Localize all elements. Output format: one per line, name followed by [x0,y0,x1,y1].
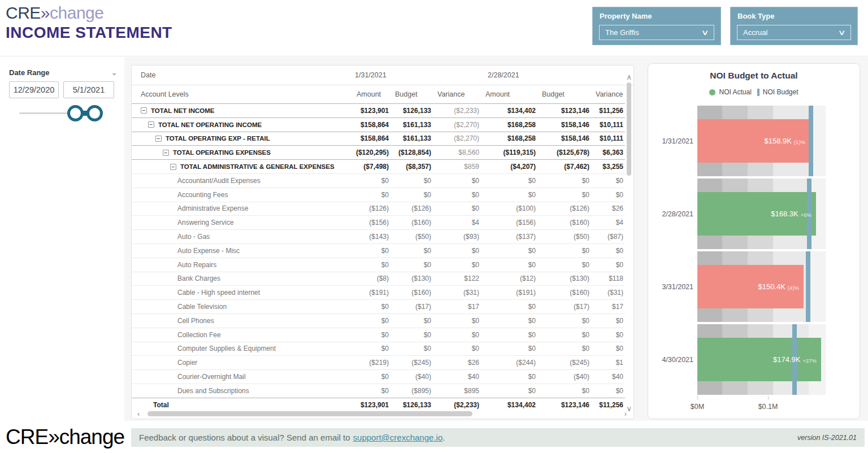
value-cell: ($31) [433,289,481,297]
table-row[interactable]: Courier-Overnight Mail$0($40)$40$0($40)$… [132,369,625,384]
collapse-icon[interactable]: − [155,136,162,142]
axis-tick-label: $0.1M [754,403,782,411]
value-cell: ($17) [390,303,433,311]
account-name: Cable Television [177,303,227,311]
value-cell: ($40) [537,373,591,381]
value-cell: $1 [591,359,625,367]
account-name: Auto - Gas [177,233,210,241]
axis-tick [697,396,698,400]
table-row[interactable]: −TOTAL ADMINISTRATIVE & GENERAL EXPENSES… [132,159,625,173]
budget-header-1: Budget [390,85,433,103]
value-cell: $40 [433,373,481,381]
scroll-up-icon[interactable]: ∧ [626,73,632,81]
account-name: TOTAL NET OPERATING INCOME [158,121,262,128]
legend-noi-actual[interactable]: NOI Actual [709,88,751,96]
date-header-label: Date [132,66,352,85]
actual-bar[interactable]: $158.9K(1)% [697,119,810,163]
income-statement-table: Date 1/31/2021 2/28/2021 Account Levels … [131,65,634,419]
budget-header-2: Budget [537,85,591,103]
table-row[interactable]: Dues and Subscriptions$0($895)$895$0$0$0 [132,384,625,398]
value-cell: $0 [352,261,390,269]
axis-tick-label: $0M [683,403,711,411]
scroll-left-icon[interactable]: ‹ [137,410,140,417]
total-value-cell: $11,256 [591,401,625,409]
value-cell: $0 [390,191,433,199]
value-cell: $859 [433,163,481,171]
value-cell: ($160) [390,219,433,226]
table-row[interactable]: −TOTAL NET OPERATING INCOME$158,864$161,… [132,117,625,132]
total-value-cell: $123,901 [352,401,390,409]
table-row[interactable]: Auto - Gas($143)($50)($93)($137)($50)($8… [132,229,625,243]
value-cell: $0 [433,317,481,325]
property-name-dropdown[interactable]: The Griffis ∨ [599,25,714,40]
table-row[interactable]: Accountant/Audit Expenses$0$0$0$0$0$0 [132,173,625,188]
account-name-cell: Dues and Subscriptions [132,387,352,395]
table-row[interactable]: Cable - High speed internet($191)($160)(… [132,285,625,299]
legend-noi-budget[interactable]: NOI Budget [757,88,798,96]
value-cell: ($4,207) [481,163,537,171]
support-email-link[interactable]: support@crexchange.io [353,433,443,442]
bar-pct-label: +6% [801,212,811,218]
value-cell: $0 [352,373,390,381]
actual-bar[interactable]: $168.3K+6% [697,192,816,236]
vertical-scroll-thumb[interactable] [627,82,631,176]
chevron-down-icon[interactable]: ⌄ [111,68,118,77]
slider-handle-start[interactable] [67,105,84,121]
chevron-down-icon: ∨ [701,28,709,37]
table-row[interactable]: Bank Charges($8)($130)$122($12)($130)$11… [132,272,625,286]
value-cell: $0 [352,331,390,339]
value-cell: ($40) [390,373,433,381]
actual-bar[interactable]: $174.9K+27% [697,338,821,381]
collapse-icon[interactable]: − [148,121,154,128]
bar-value-label: $150.4K [758,282,785,291]
table-row[interactable]: −TOTAL OPERATING EXPENSES($120,295)($128… [132,145,625,159]
table-row[interactable]: Accounting Fees$0$0$0$0$0$0 [132,188,625,202]
account-name-cell: −TOTAL NET OPERATING INCOME [132,121,352,128]
actual-bar[interactable]: $150.4K(4)% [697,265,804,308]
table-row[interactable]: Cell Phones$0$0$0$0$0$0 [132,313,625,328]
table-row[interactable]: Computer Supplies & Equipment$0$0$0$0$0$… [132,342,625,356]
value-cell: ($126) [390,204,433,212]
horizontal-scroll-thumb[interactable] [147,411,472,416]
dashboard: CRE»change INCOME STATEMENT Property Nam… [0,0,868,453]
date-end-input[interactable]: 5/1/2021 [63,81,114,98]
value-cell: $3,255 [591,163,625,171]
value-cell: $0 [433,331,481,339]
table-row[interactable]: Administrative Expense($126)($126)$0($10… [132,202,625,216]
table-row[interactable]: Auto Expense - Misc$0$0$0$0$0$0 [132,243,625,258]
table-row[interactable]: Cable Television$0($17)$17$0($17)$17 [132,299,625,313]
table-row[interactable]: Collection Fee$0$0$0$0$0$0 [132,328,625,342]
collapse-icon[interactable]: − [163,150,169,156]
table-body: −TOTAL NET INCOME$123,901$126,133($2,233… [132,103,625,398]
total-value-cell: $134,402 [481,401,537,409]
account-name: Auto Repairs [177,261,216,269]
value-cell: $4 [433,219,481,226]
book-type-dropdown[interactable]: Accrual ∨ [737,25,851,40]
account-name: Dues and Subscriptions [177,387,249,395]
value-cell: ($50) [537,233,591,241]
slider-handle-end[interactable] [86,105,103,121]
variance-header-1: Variance [433,85,481,103]
value-cell: $0 [537,247,591,255]
scroll-down-icon[interactable]: ∨ [626,405,632,412]
value-cell: $0 [537,317,591,325]
value-cell: ($895) [390,387,433,395]
table-row[interactable]: −TOTAL OPERATING EXP - RETAIL$158,864$16… [132,132,625,146]
collapse-icon[interactable]: − [141,107,147,114]
account-name: TOTAL NET INCOME [151,107,214,114]
table-row[interactable]: Answering Service($156)($160)$4($156)($1… [132,215,625,229]
bullet-row: 3/31/2021$150.4K(4)% [648,251,861,322]
logo-x-icon: » [48,425,59,448]
table-row[interactable]: Copier($219)($245)$26($244)($245)$1 [132,355,625,369]
table-row[interactable]: Auto Repairs$0$0$0$0$0$0 [132,258,625,272]
table-row[interactable]: −TOTAL NET INCOME$123,901$126,133($2,233… [132,103,625,117]
collapse-icon[interactable]: − [170,164,176,170]
value-cell: $895 [433,387,481,395]
book-type-value: Accrual [743,28,767,37]
property-name-label: Property Name [593,7,721,20]
chevron-down-icon: ∨ [838,28,846,37]
property-name-slicer: Property Name The Griffis ∨ [592,7,721,45]
value-cell: ($191) [352,289,390,297]
feedback-text: Feedback or questions about a visual? Se… [139,433,350,442]
date-start-input[interactable]: 12/29/2020 [9,81,59,98]
